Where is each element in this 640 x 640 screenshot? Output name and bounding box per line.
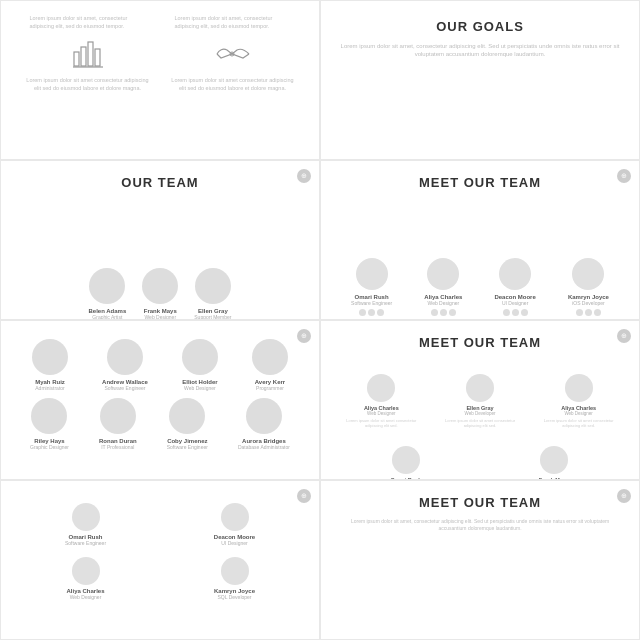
goals-subtitle: Lorem ipsum dolor sit amet, consectetur … [335,42,625,59]
s12[interactable] [594,309,601,316]
goal-item-handshake: Lorem ipsum dolor sit amet consectetur a… [167,40,298,92]
meet-team-members: Omari Rush Software Engineer Aliya Charl… [335,258,625,316]
grid-avatar-5 [540,446,568,474]
goals-top-text-2: Lorem ipsum dolor sit amet, consectetur … [175,15,291,30]
grid-text-2: Lorem ipsum dolor sit amet consectetur a… [438,418,523,428]
meet-avatar-3 [499,258,531,290]
expand-button-4[interactable]: ⊕ [617,329,631,343]
large-avatar-6 [100,398,136,434]
meet-social-4 [576,309,601,316]
expand-button-3[interactable]: ⊕ [297,329,311,343]
s11[interactable] [585,309,592,316]
grid-role-3: Web Designer [564,411,592,416]
large-member-7: Coby Jimenez Software Engineer [167,398,208,453]
svg-rect-1 [81,47,86,66]
s10[interactable] [576,309,583,316]
panel-small-team: ⊕ Omari Rush Software Engineer Deacon Mo… [0,480,320,640]
large-member-3: Elliot Holder Web Designer [182,339,218,394]
meet-team-grid-title: MEET OUR TEAM [335,335,625,350]
small-avatar-2 [221,503,249,531]
s4[interactable] [431,309,438,316]
large-avatar-3 [182,339,218,375]
s3[interactable] [377,309,384,316]
panel-our-team-large: ⊕ Myah Ruiz Administrator Andrew Wallace… [0,320,320,480]
large-role-4: Programmer [256,385,284,391]
meet-social-1 [359,309,384,316]
meet-bottom-title: MEET OUR TEAM [335,495,625,510]
meet-avatar-1 [356,258,388,290]
goals-top-text-1: Lorem ipsum dolor sit amet, consectetur … [30,15,146,30]
small-role-2: UI Designer [221,540,247,546]
large-avatar-7 [169,398,205,434]
meet-bottom-description: Lorem ipsum dolor sit amet, consectetur … [335,518,625,532]
our-team-title: OUR TEAM [121,175,198,190]
small-member-1: Omari Rush Software Engineer [15,503,156,549]
panel-meet-team-grid: ⊕ MEET OUR TEAM Aliya Charles Web Design… [320,320,640,480]
grid-text-3: Lorem ipsum dolor sit amet consectetur a… [536,418,621,428]
meet-social-3 [503,309,528,316]
large-member-5: Riley Hays Graphic Designer [30,398,69,453]
large-role-8: Database Administrator [238,444,290,450]
team-row-1: Myah Ruiz Administrator Andrew Wallace S… [15,339,305,394]
grid-role-2: Web Developer [465,411,496,416]
s1[interactable] [359,309,366,316]
member-avatar-1 [89,268,125,304]
large-member-1: Myah Ruiz Administrator [32,339,68,394]
grid-member-3: Aliya Charles Web Designer Lorem ipsum d… [532,368,625,434]
s5[interactable] [440,309,447,316]
goal-chart-text: Lorem ipsum dolor sit amet consectetur a… [22,77,153,92]
small-member-4: Kamryn Joyce SQL Developer [164,557,305,603]
grid-text-1: Lorem ipsum dolor sit amet consectetur a… [339,418,424,428]
meet-member-2: Aliya Charles Web Designer [424,258,462,316]
goals-top-texts: Lorem ipsum dolor sit amet, consectetur … [15,15,305,30]
large-role-2: Software Engineer [104,385,145,391]
small-member-3: Aliya Charles Web Designer [15,557,156,603]
large-role-5: Graphic Designer [30,444,69,450]
expand-button[interactable]: ⊕ [297,169,311,183]
meet-member-4: Kamryn Joyce iOS Developer [568,258,609,316]
small-avatar-3 [72,557,100,585]
small-member-2: Deacon Moore UI Designer [164,503,305,549]
meet-member-1: Omari Rush Software Engineer [351,258,392,316]
goals-title: OUR GOALS [335,19,625,34]
expand-button-5[interactable]: ⊕ [297,489,311,503]
meet-social-2 [431,309,456,316]
member-avatar-2 [142,268,178,304]
grid-row-2: Omari Rush Software Engineer Lorem ipsum… [335,440,625,480]
team-member-2: Frank Mays Web Designer [142,268,178,320]
meet-avatar-4 [572,258,604,290]
handshake-icon [215,40,251,73]
s2[interactable] [368,309,375,316]
expand-button-6[interactable]: ⊕ [617,489,631,503]
large-role-7: Software Engineer [167,444,208,450]
s6[interactable] [449,309,456,316]
meet-role-2: Web Designer [428,300,460,306]
meet-member-3: Deacon Moore UI Designer [494,258,535,316]
grid-row-1: Aliya Charles Web Designer Lorem ipsum d… [335,368,625,434]
small-role-4: SQL Developer [218,594,252,600]
grid-avatar-1 [367,374,395,402]
grid-member-2: Ellen Gray Web Developer Lorem ipsum dol… [434,368,527,434]
svg-rect-3 [95,49,100,66]
large-avatar-2 [107,339,143,375]
s9[interactable] [521,309,528,316]
member-avatar-3 [195,268,231,304]
grid-avatar-4 [392,446,420,474]
svg-rect-2 [88,42,93,66]
grid-role-1: Web Designer [367,411,395,416]
small-role-1: Software Engineer [65,540,106,546]
large-avatar-1 [32,339,68,375]
panel-meet-team-1: ⊕ MEET OUR TEAM Omari Rush Software Engi… [320,160,640,320]
panel-goals-top-left: Lorem ipsum dolor sit amet, consectetur … [0,0,320,160]
meet-role-1: Software Engineer [351,300,392,306]
goals-icons-row: Lorem ipsum dolor sit amet consectetur a… [15,40,305,92]
panel-meet-bottom: ⊕ MEET OUR TEAM Lorem ipsum dolor sit am… [320,480,640,640]
s8[interactable] [512,309,519,316]
small-avatar-1 [72,503,100,531]
large-member-8: Aurora Bridges Database Administrator [238,398,290,453]
s7[interactable] [503,309,510,316]
team-row-2: Riley Hays Graphic Designer Ronan Duran … [15,398,305,453]
meet-team-title-1: MEET OUR TEAM [335,175,625,190]
expand-button-2[interactable]: ⊕ [617,169,631,183]
small-team-grid: Omari Rush Software Engineer Deacon Moor… [15,503,305,603]
